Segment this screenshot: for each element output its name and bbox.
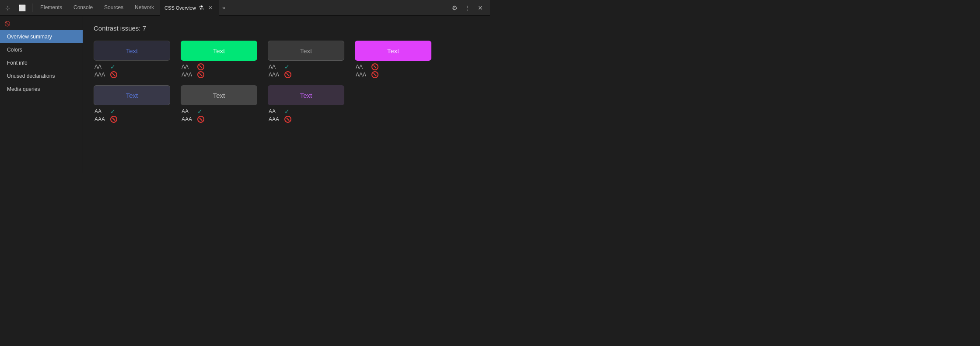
contrast-checks-1: AA ✓ AAA: [94, 63, 117, 78]
contrast-item-5: Text AA ✓ AAA: [94, 85, 170, 123]
check-aa-label-2: AA: [182, 64, 194, 70]
tab-network[interactable]: Network: [130, 0, 159, 16]
sidebar: 🚫 Overview summary Colors Font info Unus…: [0, 16, 83, 173]
device-icon[interactable]: ⬜: [15, 4, 29, 11]
sidebar-item-unused-declarations[interactable]: Unused declarations: [0, 69, 83, 83]
check-aa-fail-2: [197, 63, 204, 70]
contrast-item-1: Text AA ✓ AAA: [94, 41, 170, 78]
check-aaa-label-4: AAA: [356, 72, 368, 78]
contrast-button-1[interactable]: Text: [94, 41, 170, 61]
flask-icon: ⚗: [199, 4, 204, 11]
check-aaa-2: AAA: [182, 71, 204, 78]
check-aaa-label-7: AAA: [269, 116, 281, 122]
check-aaa-3: AAA: [269, 71, 291, 78]
check-aaa-label-1: AAA: [94, 72, 107, 78]
contrast-item-4: Text AA AAA: [355, 41, 431, 78]
contrast-item-6: Text AA ✓ AAA: [181, 85, 257, 123]
contrast-issues-title: Contrast issues: 7: [94, 24, 480, 32]
cursor-icon[interactable]: ⊹: [2, 4, 14, 11]
check-aaa-fail-2: [197, 71, 204, 78]
check-aaa-1: AAA: [94, 71, 117, 78]
check-aaa-fail-1: [110, 71, 117, 78]
settings-icon[interactable]: ⚙: [450, 3, 459, 13]
check-aa-label-1: AA: [94, 64, 107, 70]
check-aa-fail-4: [371, 63, 378, 70]
contrast-checks-6: AA ✓ AAA: [181, 108, 204, 123]
check-aa-6: AA ✓: [182, 108, 204, 115]
check-aa-pass-1: ✓: [110, 63, 116, 70]
contrast-checks-7: AA ✓ AAA: [268, 108, 291, 123]
contrast-grid: Text AA ✓ AAA Text: [94, 41, 480, 123]
tab-css-overview-label: CSS Overview: [164, 5, 196, 10]
contrast-row-1: Text AA ✓ AAA Text: [94, 41, 480, 78]
check-aaa-4: AAA: [356, 71, 378, 78]
check-aaa-fail-4: [371, 71, 378, 78]
sidebar-item-overview-summary[interactable]: Overview summary: [0, 30, 83, 43]
sidebar-item-colors[interactable]: Colors: [0, 43, 83, 56]
contrast-item-7: Text AA ✓ AAA: [268, 85, 344, 123]
contrast-button-3[interactable]: Text: [268, 41, 344, 61]
check-aa-4: AA: [356, 63, 378, 70]
check-aaa-fail-5: [110, 116, 117, 123]
check-aa-pass-6: ✓: [197, 108, 203, 115]
tab-close-icon[interactable]: ✕: [206, 4, 214, 12]
contrast-item-2: Text AA AAA: [181, 41, 257, 78]
tab-console[interactable]: Console: [68, 0, 98, 16]
check-aa-label-4: AA: [356, 64, 368, 70]
check-aa-label-5: AA: [94, 108, 107, 114]
check-aaa-fail-3: [284, 71, 291, 78]
tab-sources[interactable]: Sources: [99, 0, 129, 16]
check-aaa-fail-6: [197, 116, 204, 123]
tab-actions: ⚙ ⋮ ✕: [450, 3, 488, 13]
check-aa-label-6: AA: [182, 108, 194, 114]
check-aa-1: AA ✓: [94, 63, 117, 70]
check-aa-2: AA: [182, 63, 204, 70]
contrast-checks-3: AA ✓ AAA: [268, 63, 291, 78]
contrast-button-7[interactable]: Text: [268, 85, 344, 105]
check-aa-pass-7: ✓: [284, 108, 290, 115]
content-area: Contrast issues: 7 Text AA ✓ AAA: [83, 16, 490, 173]
contrast-button-4[interactable]: Text: [355, 41, 431, 61]
check-aa-label-7: AA: [269, 108, 281, 114]
tab-css-overview[interactable]: CSS Overview ⚗ ✕: [160, 0, 219, 16]
check-aaa-fail-7: [284, 116, 291, 123]
contrast-row-2: Text AA ✓ AAA Text: [94, 85, 480, 123]
contrast-button-2[interactable]: Text: [181, 41, 257, 61]
check-aa-7: AA ✓: [269, 108, 291, 115]
prohibit-icon: 🚫: [0, 19, 83, 30]
sidebar-item-font-info[interactable]: Font info: [0, 56, 83, 69]
tab-bar: ⊹ ⬜ Elements Console Sources Network CSS…: [0, 0, 490, 16]
contrast-checks-2: AA AAA: [181, 63, 204, 78]
contrast-button-6[interactable]: Text: [181, 85, 257, 105]
ellipsis-icon[interactable]: ⋮: [463, 3, 472, 13]
main-layout: 🚫 Overview summary Colors Font info Unus…: [0, 16, 490, 173]
check-aa-pass-3: ✓: [284, 63, 290, 70]
more-tabs-icon[interactable]: »: [220, 4, 228, 11]
sidebar-item-media-queries[interactable]: Media queries: [0, 83, 83, 96]
check-aaa-5: AAA: [94, 116, 117, 123]
contrast-checks-4: AA AAA: [355, 63, 378, 78]
check-aaa-7: AAA: [269, 116, 291, 123]
check-aaa-label-5: AAA: [94, 116, 107, 122]
check-aa-3: AA ✓: [269, 63, 291, 70]
check-aaa-label-6: AAA: [182, 116, 194, 122]
tab-elements[interactable]: Elements: [35, 0, 67, 16]
tab-divider: [32, 3, 32, 12]
contrast-checks-5: AA ✓ AAA: [94, 108, 117, 123]
check-aa-pass-5: ✓: [110, 108, 116, 115]
contrast-button-5[interactable]: Text: [94, 85, 170, 105]
check-aa-label-3: AA: [269, 64, 281, 70]
check-aa-5: AA ✓: [94, 108, 117, 115]
contrast-item-3: Text AA ✓ AAA: [268, 41, 344, 78]
check-aaa-label-2: AAA: [182, 72, 194, 78]
close-devtools-icon[interactable]: ✕: [476, 3, 485, 13]
check-aaa-6: AAA: [182, 116, 204, 123]
check-aaa-label-3: AAA: [269, 72, 281, 78]
